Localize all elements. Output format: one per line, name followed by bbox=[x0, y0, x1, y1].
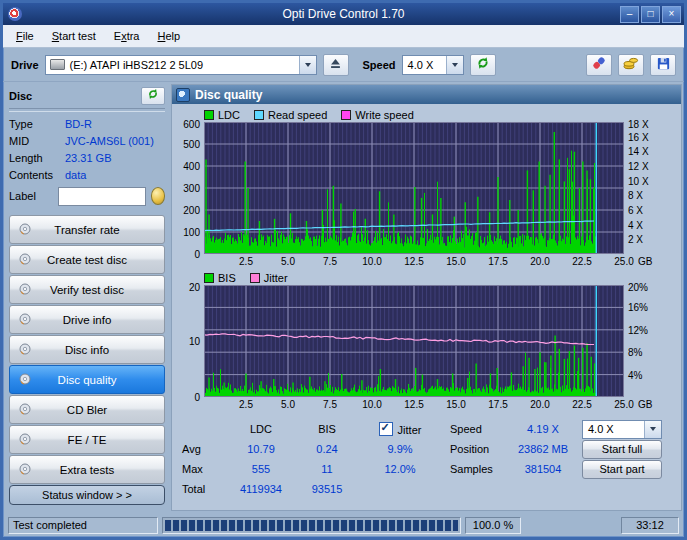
y-axis-left: 20100 bbox=[176, 285, 204, 399]
drive-select[interactable]: (E:) ATAPI iHBS212 2 5L09 bbox=[45, 55, 317, 75]
legend-swatch-bis bbox=[204, 273, 214, 283]
erase-disc-button[interactable] bbox=[586, 54, 612, 76]
refresh-icon bbox=[476, 56, 490, 73]
jitter-avg: 9.9% bbox=[354, 443, 446, 455]
x-axis-label: 15.0 bbox=[446, 399, 465, 410]
close-button[interactable]: × bbox=[662, 6, 681, 23]
y-axis-label: 10 X bbox=[628, 176, 649, 187]
x-axis-label: 2.5 bbox=[239, 256, 253, 267]
sidebar-item-label: CD Bler bbox=[67, 404, 107, 416]
coins-button[interactable] bbox=[618, 54, 644, 76]
start-full-button[interactable]: Start full bbox=[582, 440, 662, 459]
jitter-max: 12.0% bbox=[354, 463, 446, 475]
jitter-checkbox-label: Jitter bbox=[398, 424, 422, 436]
sidebar-item-verify-test-disc[interactable]: Verify test disc bbox=[9, 275, 165, 304]
chevron-down-icon[interactable] bbox=[299, 56, 316, 74]
avg-row-label: Avg bbox=[176, 443, 222, 455]
legend-swatch-ldc bbox=[204, 110, 214, 120]
label-input[interactable] bbox=[58, 187, 146, 206]
sidebar: Disc TypeBD-RMIDJVC-AMS6L (001)Length23.… bbox=[3, 82, 171, 513]
sidebar-item-extra-tests[interactable]: Extra tests bbox=[9, 455, 165, 484]
speed-label: Speed bbox=[363, 59, 396, 71]
eject-icon bbox=[330, 57, 341, 72]
speed-select-value: 4.0 X bbox=[403, 59, 446, 71]
speed-select-bottom-value: 4.0 X bbox=[583, 423, 644, 435]
y-axis-label: 500 bbox=[183, 139, 200, 150]
disc-info: TypeBD-RMIDJVC-AMS6L (001)Length23.31 GB… bbox=[9, 116, 165, 184]
elapsed-time: 33:12 bbox=[621, 517, 679, 534]
save-button[interactable] bbox=[650, 54, 676, 76]
x-axis-label: 5.0 bbox=[281, 256, 295, 267]
chevron-down-icon[interactable] bbox=[446, 56, 463, 74]
x-axis-label: 17.5 bbox=[488, 256, 507, 267]
sidebar-item-transfer-rate[interactable]: Transfer rate bbox=[9, 215, 165, 244]
refresh-disc-button[interactable] bbox=[141, 87, 165, 105]
sidebar-item-label: Verify test disc bbox=[50, 284, 124, 296]
y-axis-label: 0 bbox=[194, 249, 200, 260]
disc-icon bbox=[19, 463, 31, 475]
sidebar-item-label: FE / TE bbox=[68, 434, 107, 446]
y-axis-right: 18 X16 X14 X12 X10 X8 X6 X4 X2 X bbox=[624, 122, 668, 256]
disc-info-row-length: Length23.31 GB bbox=[9, 150, 165, 167]
x-axis: 2.55.07.510.012.515.017.520.022.525.0GB bbox=[204, 256, 674, 270]
jitter-checkbox[interactable]: Jitter bbox=[379, 424, 422, 436]
y-axis-label: 4% bbox=[628, 370, 642, 381]
speed-caption: Speed bbox=[446, 423, 504, 435]
chevron-down-icon[interactable] bbox=[644, 421, 661, 438]
sidebar-item-fe-te[interactable]: FE / TE bbox=[9, 425, 165, 454]
sidebar-item-disc-info[interactable]: Disc info bbox=[9, 335, 165, 364]
x-axis-label: 20.0 bbox=[530, 399, 549, 410]
info-label: Type bbox=[9, 118, 65, 130]
status-window-button[interactable]: Status window > > bbox=[9, 485, 165, 505]
menu-item-extra[interactable]: Extra bbox=[105, 27, 149, 45]
write-label-button[interactable] bbox=[151, 187, 165, 205]
bis-max: 11 bbox=[300, 463, 354, 475]
y-axis-left: 6005004003002001000 bbox=[176, 122, 204, 256]
speed-select-bottom[interactable]: 4.0 X bbox=[582, 420, 662, 439]
info-value: BD-R bbox=[65, 118, 92, 130]
refresh-drives-button[interactable] bbox=[470, 54, 496, 76]
bis-chart-legend: BISJitter bbox=[204, 270, 677, 285]
y-axis-label: 0 bbox=[194, 392, 200, 403]
x-axis-label: 15.0 bbox=[446, 256, 465, 267]
window-title: Opti Drive Control 1.70 bbox=[3, 7, 684, 21]
samples-caption: Samples bbox=[446, 463, 504, 475]
sidebar-item-label: Disc quality bbox=[58, 374, 117, 386]
menu-item-help[interactable]: Help bbox=[148, 27, 189, 45]
sidebar-item-create-test-disc[interactable]: Create test disc bbox=[9, 245, 165, 274]
y-axis-right: 20%16%12%8%4% bbox=[624, 285, 668, 399]
x-axis-label: 20.0 bbox=[530, 256, 549, 267]
menu-item-start-test[interactable]: Start test bbox=[43, 27, 105, 45]
speed-select[interactable]: 4.0 X bbox=[402, 55, 464, 75]
disc-info-row-contents: Contentsdata bbox=[9, 167, 165, 184]
disc-icon bbox=[19, 373, 31, 385]
eject-button[interactable] bbox=[323, 54, 349, 76]
y-axis-label: 10 bbox=[189, 336, 200, 347]
main-panel: Disc quality LDCRead speedWrite speed 60… bbox=[171, 84, 682, 511]
sidebar-item-disc-quality[interactable]: Disc quality bbox=[9, 365, 165, 394]
drive-toolbar: Drive (E:) ATAPI iHBS212 2 5L09 Speed 4.… bbox=[3, 48, 684, 82]
y-axis-label: 600 bbox=[183, 119, 200, 130]
start-part-button[interactable]: Start part bbox=[582, 460, 662, 479]
x-axis-unit: GB bbox=[638, 399, 652, 410]
sidebar-item-drive-info[interactable]: Drive info bbox=[9, 305, 165, 334]
x-axis-label: 22.5 bbox=[572, 399, 591, 410]
progress-bar bbox=[162, 517, 461, 534]
menu-item-file[interactable]: File bbox=[7, 27, 43, 45]
max-row-label: Max bbox=[176, 463, 222, 475]
maximize-button[interactable]: □ bbox=[641, 6, 660, 23]
disc-info-row-type: TypeBD-R bbox=[9, 116, 165, 133]
sidebar-item-cd-bler[interactable]: CD Bler bbox=[9, 395, 165, 424]
main-header: Disc quality bbox=[172, 85, 681, 104]
minimize-button[interactable]: – bbox=[620, 6, 639, 23]
x-axis-label: 10.0 bbox=[362, 256, 381, 267]
jitter-checkbox-box[interactable] bbox=[379, 422, 393, 436]
bis-total: 93515 bbox=[300, 483, 354, 495]
legend-label: Write speed bbox=[355, 109, 414, 121]
y-axis-label: 14 X bbox=[628, 146, 649, 157]
legend-label: LDC bbox=[218, 109, 240, 121]
x-axis-label: 12.5 bbox=[404, 399, 423, 410]
x-axis-label: 5.0 bbox=[281, 399, 295, 410]
sidebar-item-label: Drive info bbox=[63, 314, 112, 326]
y-axis-label: 16% bbox=[628, 302, 648, 313]
